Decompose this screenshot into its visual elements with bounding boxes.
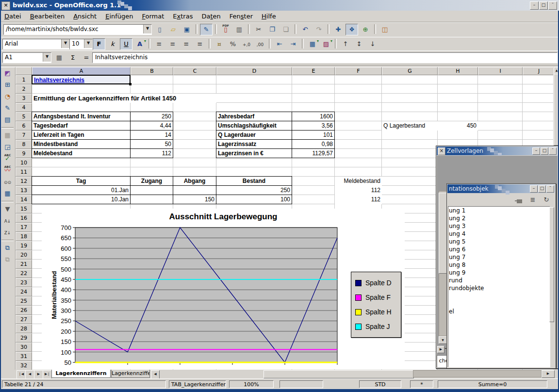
- gallery-icon[interactable]: ◫: [378, 24, 391, 35]
- update-style-icon[interactable]: ↻: [540, 194, 553, 206]
- cell-B5[interactable]: 250: [130, 112, 173, 121]
- save-icon[interactable]: ▣: [181, 24, 193, 35]
- cell-D12[interactable]: Bestand: [216, 176, 292, 186]
- edit-file-icon[interactable]: ✎: [200, 24, 213, 35]
- align-top-button[interactable]: ↑: [339, 38, 352, 50]
- presentation-styles-window[interactable]: ntationsobjek – □ ¯ ≣↻ ung 1ung 2ung 3un…: [446, 183, 556, 369]
- background-color-button-dropdown-icon[interactable]: ▾: [330, 36, 332, 46]
- align-left-button[interactable]: ≡: [153, 38, 165, 50]
- align-center-button[interactable]: ≡: [166, 38, 179, 50]
- ungroup-icon[interactable]: ⧉: [1, 254, 15, 265]
- sort-descending-icon[interactable]: Z↓: [1, 227, 15, 238]
- cell-D7[interactable]: Q Lagerdauer: [216, 130, 292, 140]
- minimize-button[interactable]: –: [532, 147, 540, 155]
- row-header-2[interactable]: 2: [16, 84, 32, 94]
- embedded-chart[interactable]: 5010015020025030035040045050055060065070…: [42, 209, 405, 369]
- maximize-button[interactable]: □: [538, 185, 546, 193]
- row-header-19[interactable]: 19: [16, 241, 32, 250]
- font-size-combo[interactable]: 10 ▼: [69, 39, 93, 49]
- align-middle-button[interactable]: ↕: [353, 38, 365, 50]
- copy-icon[interactable]: ❐: [266, 24, 279, 35]
- cell-B8[interactable]: 50: [130, 139, 173, 149]
- minimize-button[interactable]: –: [530, 1, 539, 10]
- scroll-down-button[interactable]: ▼: [439, 336, 447, 344]
- column-header-G[interactable]: G: [382, 67, 438, 75]
- selection-handle[interactable]: [129, 83, 132, 85]
- cell-B12[interactable]: Zugang: [130, 176, 173, 186]
- cell-C14[interactable]: 150: [173, 195, 216, 204]
- column-header-F[interactable]: F: [335, 67, 382, 75]
- redo-icon[interactable]: ↷: [312, 24, 325, 35]
- font-color-button[interactable]: A▾: [133, 38, 146, 50]
- cell-E7[interactable]: 101: [292, 130, 335, 140]
- row-header-22[interactable]: 22: [16, 269, 32, 278]
- cell-B6[interactable]: 4,44: [130, 121, 173, 131]
- row-header-1[interactable]: 1: [16, 75, 32, 84]
- row-header-13[interactable]: 13: [16, 186, 32, 195]
- maximize-button[interactable]: □: [539, 1, 548, 10]
- row-header-27[interactable]: 27: [16, 315, 32, 324]
- row-header-31[interactable]: 31: [16, 352, 32, 361]
- cell-A5[interactable]: Anfangsbestand lt. Inventur: [32, 112, 131, 121]
- cell-A6[interactable]: Tagesbedarf: [32, 121, 131, 131]
- style-list-item[interactable]: ung 7: [448, 253, 550, 261]
- align-right-button[interactable]: ≡: [180, 38, 193, 50]
- row-header-32[interactable]: 32: [16, 361, 32, 370]
- paste-icon[interactable]: ❏: [280, 24, 292, 35]
- cell-D13[interactable]: 250: [216, 185, 292, 195]
- url-field[interactable]: /home/martinix/shots/bwldv.sxc ▼: [3, 24, 152, 35]
- new-document-icon[interactable]: ▯: [153, 24, 166, 35]
- row-header-7[interactable]: 7: [16, 131, 32, 140]
- style-list-item[interactable]: ung 6: [448, 245, 550, 253]
- menu-ansicht[interactable]: Ansicht: [69, 11, 101, 22]
- insert-form-icon[interactable]: ▤: [1, 114, 15, 126]
- row-header-6[interactable]: 6: [16, 121, 32, 131]
- row-header-26[interactable]: 26: [16, 306, 32, 315]
- fill-format-mode-icon[interactable]: [513, 194, 526, 206]
- cell-D14[interactable]: 100: [216, 195, 292, 204]
- autoformat-icon[interactable]: ▦: [1, 130, 15, 141]
- find-replace-icon[interactable]: ⊙⊙: [1, 177, 15, 188]
- styles-scrollbar-thumb[interactable]: [549, 207, 554, 322]
- title-bar[interactable]: × bwldv.sxc - OpenOffice.org 1.1 – □ ¯: [0, 0, 559, 11]
- horizontal-scrollbar-thumb[interactable]: [263, 370, 414, 378]
- cell-C12[interactable]: Abgang: [173, 176, 216, 186]
- background-color-button[interactable]: ▨▾: [320, 38, 332, 50]
- row-header-21[interactable]: 21: [16, 260, 32, 269]
- row-header-16[interactable]: 16: [16, 213, 32, 223]
- row-header-9[interactable]: 9: [16, 149, 32, 158]
- menu-hilfe[interactable]: Hilfe: [257, 11, 280, 22]
- cell-E6[interactable]: 3,56: [292, 121, 335, 131]
- cell-A12[interactable]: Tag: [32, 176, 131, 186]
- next-sheet-button[interactable]: ▶: [34, 370, 43, 379]
- column-header-I[interactable]: I: [478, 67, 523, 75]
- autofilter-icon[interactable]: ▼: [1, 204, 15, 215]
- style-list-item[interactable]: ung 2: [448, 214, 550, 222]
- style-list-item[interactable]: el: [448, 308, 550, 315]
- cell-A1[interactable]: Inhaltsverzeichnis: [32, 75, 131, 84]
- scroll-right-button[interactable]: ▶: [542, 370, 555, 378]
- open-icon[interactable]: ▱: [167, 24, 180, 35]
- column-header-H[interactable]: H: [438, 67, 478, 75]
- sum-icon[interactable]: Σ: [66, 52, 79, 64]
- minimize-button[interactable]: –: [530, 185, 538, 193]
- row-header-18[interactable]: 18: [16, 232, 32, 241]
- row-header-17[interactable]: 17: [16, 223, 32, 232]
- row-header-15[interactable]: 15: [16, 204, 32, 213]
- menu-daten[interactable]: Daten: [197, 11, 225, 22]
- row-header-11[interactable]: 11: [16, 167, 32, 177]
- row-header-4[interactable]: 4: [16, 103, 32, 112]
- row-header-5[interactable]: 5: [16, 112, 32, 121]
- print-icon[interactable]: ▥: [233, 24, 246, 35]
- cell-C13[interactable]: [173, 185, 216, 195]
- draw-functions-icon[interactable]: ✎: [1, 103, 15, 114]
- style-list-item[interactable]: ung 1: [448, 207, 550, 214]
- size-dropdown-icon[interactable]: ▼: [84, 39, 92, 48]
- row-header-24[interactable]: 24: [16, 287, 32, 296]
- cell-A7[interactable]: Lieferzeit in Tagen: [32, 130, 131, 140]
- column-header-A[interactable]: A: [32, 67, 131, 75]
- cell-H6[interactable]: 450: [438, 121, 478, 131]
- cell-E9[interactable]: 1129,57: [292, 148, 335, 158]
- menu-einfgen[interactable]: Einfügen: [101, 11, 137, 22]
- menu-fenster[interactable]: Fenster: [225, 11, 257, 22]
